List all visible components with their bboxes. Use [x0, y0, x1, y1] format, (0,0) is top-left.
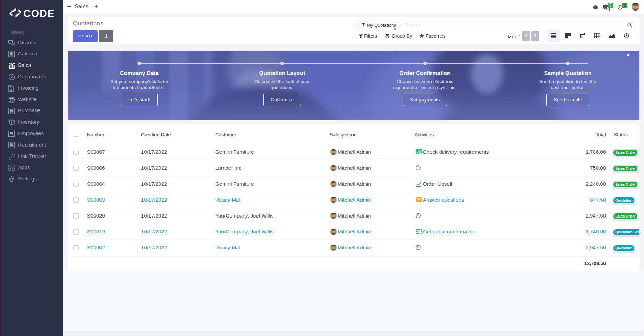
- svg-text:$: $: [10, 86, 11, 89]
